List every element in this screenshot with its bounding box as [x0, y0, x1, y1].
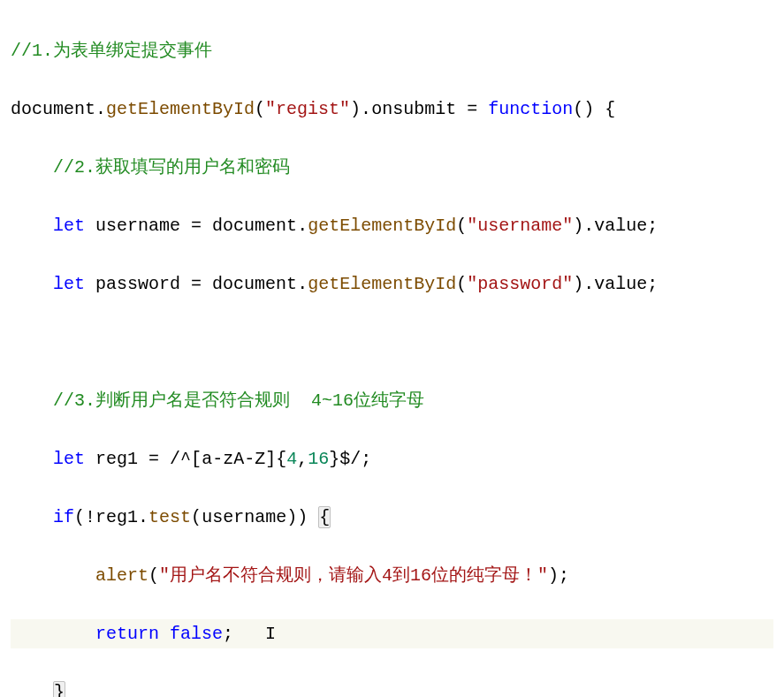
- var-reg1: reg1: [95, 507, 138, 527]
- token-document: document: [212, 274, 297, 294]
- comment: 4~16位纯字母: [311, 390, 424, 411]
- paren-close: ): [573, 216, 583, 236]
- paren-close: ): [286, 507, 297, 527]
- text-cursor-icon: I: [265, 624, 276, 644]
- keyword-let: let: [53, 274, 85, 294]
- brace-open: {: [605, 99, 615, 119]
- regex-literal: /^[a-zA-Z]{4,16}$/: [170, 449, 361, 469]
- dot: .: [95, 99, 106, 119]
- code-line: //1.为表单绑定提交事件: [11, 36, 773, 65]
- var-reg1: reg1: [95, 449, 138, 469]
- regex-num2: 16: [308, 449, 329, 469]
- blank-line: [11, 328, 773, 357]
- var-password: password: [95, 274, 180, 294]
- bang: !: [85, 507, 95, 527]
- comment: //2.获取填写的用户名和密码: [53, 157, 290, 178]
- dot: .: [583, 274, 594, 294]
- keyword-let: let: [53, 449, 85, 469]
- brace-close-highlighted: }: [53, 681, 65, 697]
- dot: .: [297, 274, 308, 294]
- token-prop: onsubmit: [371, 99, 456, 119]
- paren-open: (: [148, 565, 159, 586]
- regex-part: a-zA-Z: [202, 449, 265, 469]
- paren-close: ): [573, 274, 583, 294]
- paren-open: (: [74, 507, 85, 527]
- dot: .: [583, 216, 594, 236]
- string-literal: "用户名不符合规则，请输入4到16位的纯字母！": [159, 565, 548, 586]
- code-line: //2.获取填写的用户名和密码: [11, 153, 773, 182]
- keyword-function: function: [488, 99, 573, 119]
- equals: =: [191, 216, 202, 236]
- code-line: let username = document.getElementById("…: [11, 211, 773, 240]
- code-line: let password = document.getElementById("…: [11, 269, 773, 299]
- code-line: let reg1 = /^[a-zA-Z]{4,16}$/;: [11, 444, 773, 474]
- semicolon: ;: [361, 449, 371, 469]
- regex-part: ]{: [265, 449, 286, 469]
- var-username: username: [95, 216, 180, 236]
- semicolon: ;: [647, 216, 658, 236]
- equals: =: [148, 449, 159, 469]
- regex-comma: ,: [297, 449, 308, 469]
- token-method: getElementById: [308, 274, 456, 294]
- brace-open-highlighted: {: [318, 506, 331, 528]
- token-method: getElementById: [106, 99, 255, 119]
- equals: =: [191, 274, 202, 294]
- semicolon: ;: [559, 565, 569, 586]
- dot: .: [138, 507, 148, 527]
- regex-part: }$/: [329, 449, 361, 469]
- code-editor: //1.为表单绑定提交事件 document.getElementById("r…: [0, 0, 784, 697]
- var-username: username: [202, 507, 286, 527]
- token-document: document: [11, 99, 95, 119]
- semicolon: ;: [223, 624, 233, 644]
- string-literal: "regist": [265, 99, 350, 119]
- paren-close: ): [583, 99, 594, 119]
- paren-open: (: [456, 274, 467, 294]
- code-line: document.getElementById("regist").onsubm…: [11, 95, 773, 124]
- paren-close: ): [297, 507, 308, 527]
- dot: .: [297, 216, 308, 236]
- token-prop: value: [594, 216, 647, 236]
- regex-num1: 4: [286, 449, 297, 469]
- string-literal: "password": [467, 274, 573, 294]
- code-line: //3.判断用户名是否符合规则 4~16位纯字母: [11, 386, 773, 415]
- semicolon: ;: [647, 274, 658, 294]
- comment: //1.为表单绑定提交事件: [11, 41, 212, 61]
- token-method: getElementById: [308, 216, 456, 236]
- code-line: if(!reg1.test(username)) {: [11, 503, 773, 532]
- token-prop: value: [594, 274, 647, 294]
- paren-open: (: [573, 99, 583, 119]
- paren-open: (: [456, 216, 467, 236]
- keyword-return: return: [95, 624, 159, 644]
- paren-close: ): [548, 565, 559, 586]
- comment: //3.判断用户名是否符合规则: [53, 390, 290, 411]
- keyword-if: if: [53, 507, 74, 527]
- code-line: }: [11, 678, 773, 697]
- string-literal: "username": [467, 216, 573, 236]
- token-method: test: [148, 507, 191, 527]
- code-line: alert("用户名不符合规则，请输入4到16位的纯字母！");: [11, 561, 773, 590]
- fn-alert: alert: [95, 565, 148, 586]
- token-document: document: [212, 216, 297, 236]
- regex-part: /^[: [170, 449, 202, 469]
- equals: =: [467, 99, 477, 119]
- dot: .: [361, 99, 371, 119]
- code-line-cursor: return false; I: [11, 619, 773, 648]
- paren-open: (: [191, 507, 202, 527]
- keyword-let: let: [53, 216, 85, 236]
- paren-close: ): [350, 99, 361, 119]
- keyword-false: false: [170, 624, 223, 644]
- paren-open: (: [255, 99, 265, 119]
